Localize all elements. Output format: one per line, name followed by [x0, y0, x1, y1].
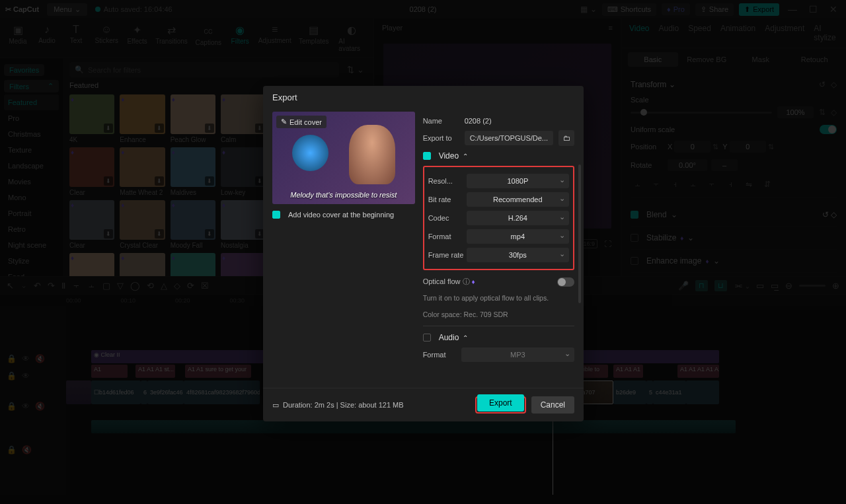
- add-cover-checkbox[interactable]: [272, 211, 280, 219]
- codec-select[interactable]: H.264: [467, 211, 569, 225]
- video-settings-highlight: Resol...1080P Bit rateRecommended CodecH…: [423, 166, 574, 270]
- optical-flow-toggle[interactable]: [557, 277, 574, 287]
- audio-checkbox[interactable]: [423, 334, 431, 342]
- optical-flow-note: Turn it on to apply optical flow to all …: [423, 293, 574, 303]
- format-select[interactable]: mp4: [467, 229, 569, 244]
- framerate-label: Frame rate: [428, 251, 467, 259]
- edit-cover-button[interactable]: ✎ Edit cover: [276, 116, 327, 128]
- resolution-select[interactable]: 1080P: [467, 174, 569, 188]
- export-path[interactable]: C:/Users/TOPGUS/De...: [465, 131, 553, 145]
- framerate-select[interactable]: 30fps: [467, 248, 569, 262]
- export-confirm-button[interactable]: Export: [477, 394, 524, 412]
- bitrate-label: Bit rate: [428, 196, 467, 203]
- audio-format-label: Format: [423, 351, 461, 359]
- cancel-button[interactable]: Cancel: [531, 396, 574, 414]
- audio-format-select[interactable]: MP3: [461, 347, 574, 362]
- add-cover-label: Add video cover at the beginning: [288, 211, 394, 219]
- cover-subtitle: Melody that's impossible to resist: [272, 191, 415, 199]
- codec-label: Codec: [428, 214, 467, 222]
- video-section-label[interactable]: Video: [439, 151, 459, 161]
- name-label: Name: [423, 117, 459, 125]
- format-label: Format: [428, 233, 467, 240]
- audio-section-label[interactable]: Audio: [439, 333, 459, 342]
- colorspace-note: Color space: Rec. 709 SDR: [423, 310, 574, 320]
- export-title: Export: [263, 86, 584, 109]
- export-to-label: Export to: [423, 134, 459, 142]
- video-checkbox[interactable]: [423, 152, 431, 160]
- optical-flow-label: Optical flow ⓘ ♦: [423, 277, 475, 287]
- resolution-label: Resol...: [428, 177, 467, 185]
- cover-preview: ✎ Edit cover Melody that's impossible to…: [272, 112, 415, 204]
- duration-info: ▭ Duration: 2m 2s | Size: about 121 MB: [272, 401, 404, 410]
- name-value[interactable]: 0208 (2): [465, 117, 574, 125]
- browse-button[interactable]: 🗀: [558, 130, 574, 146]
- export-button-highlight: Export: [475, 396, 526, 414]
- modal-scrollbar[interactable]: [578, 164, 581, 303]
- export-dialog: Export ✎ Edit cover Melody that's imposs…: [263, 86, 584, 421]
- bitrate-select[interactable]: Recommended: [467, 192, 569, 207]
